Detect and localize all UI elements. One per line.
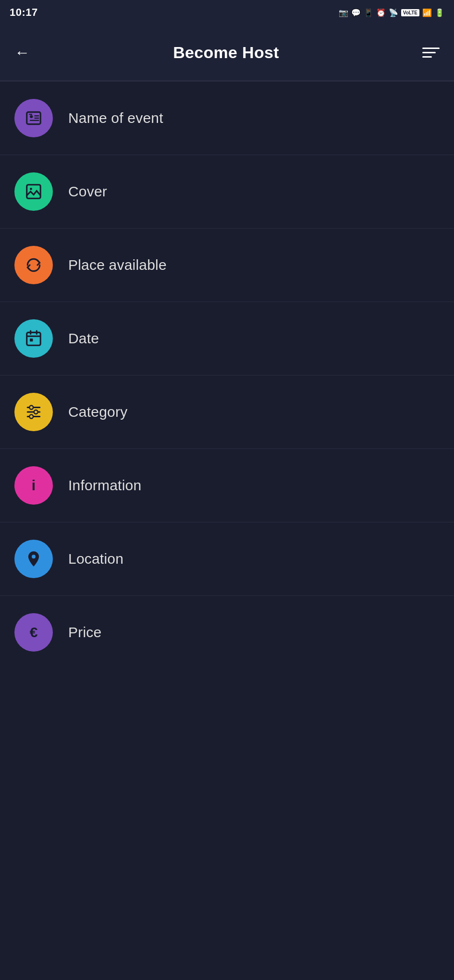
battery-icon: 🔋 (435, 8, 444, 17)
status-bar: 10:17 📷 💬 📱 ⏰ 📡 VoLTE 📶 🔋 (0, 0, 454, 25)
image-icon (25, 182, 43, 201)
location-icon-circle (14, 540, 53, 578)
information-label: Information (68, 477, 141, 494)
svg-rect-5 (27, 185, 41, 199)
place-available-label: Place available (68, 257, 167, 273)
cover-icon-circle (14, 172, 53, 211)
menu-line-3 (422, 56, 432, 58)
menu-item-name-of-event[interactable]: Name of event (0, 82, 454, 155)
menu-item-cover[interactable]: Cover (0, 155, 454, 229)
alarm-icon: ⏰ (376, 8, 386, 17)
menu-item-information[interactable]: i Information (0, 449, 454, 522)
svg-point-18 (32, 555, 36, 558)
whatsapp-icon: 📱 (364, 8, 373, 17)
calendar-icon (25, 329, 43, 348)
svg-rect-7 (27, 332, 41, 345)
menu-item-category[interactable]: Category (0, 375, 454, 449)
signal-icon: 📶 (422, 8, 432, 17)
menu-item-location[interactable]: Location (0, 522, 454, 596)
place-available-icon-circle (14, 246, 53, 284)
refresh-icon (25, 256, 43, 274)
information-icon-circle: i (14, 466, 53, 505)
price-label: Price (68, 624, 101, 641)
location-label: Location (68, 551, 123, 567)
menu-item-place-available[interactable]: Place available (0, 229, 454, 302)
status-time: 10:17 (10, 6, 38, 19)
sliders-icon (25, 403, 43, 421)
header: ← Become Host (0, 25, 454, 80)
notification-icon: 📷 (339, 8, 348, 17)
msg-icon: 💬 (351, 8, 361, 17)
svg-point-1 (30, 115, 33, 118)
svg-point-16 (34, 410, 38, 414)
menu-list: Name of event Cover Place available (0, 82, 454, 669)
menu-item-date[interactable]: Date (0, 302, 454, 375)
euro-icon: € (30, 624, 38, 641)
menu-button[interactable] (422, 48, 440, 58)
menu-line-1 (422, 48, 440, 49)
menu-line-2 (422, 52, 436, 53)
svg-point-17 (29, 415, 33, 419)
status-icons: 📷 💬 📱 ⏰ 📡 VoLTE 📶 🔋 (339, 8, 444, 17)
category-label: Category (68, 404, 127, 420)
svg-rect-11 (30, 339, 33, 341)
name-of-event-icon-circle (14, 99, 53, 137)
svg-point-15 (29, 406, 33, 410)
back-button[interactable]: ← (14, 44, 30, 61)
pin-icon (25, 550, 43, 568)
name-of-event-label: Name of event (68, 110, 163, 126)
cover-label: Cover (68, 183, 107, 200)
volte-badge: VoLTE (401, 9, 419, 16)
info-icon: i (32, 477, 36, 494)
svg-point-6 (30, 188, 32, 190)
wifi-icon: 📡 (389, 8, 398, 17)
menu-item-price[interactable]: € Price (0, 596, 454, 669)
badge-icon (25, 109, 43, 127)
date-label: Date (68, 330, 99, 347)
page-title: Become Host (173, 43, 279, 62)
category-icon-circle (14, 393, 53, 431)
price-icon-circle: € (14, 613, 53, 652)
date-icon-circle (14, 319, 53, 358)
